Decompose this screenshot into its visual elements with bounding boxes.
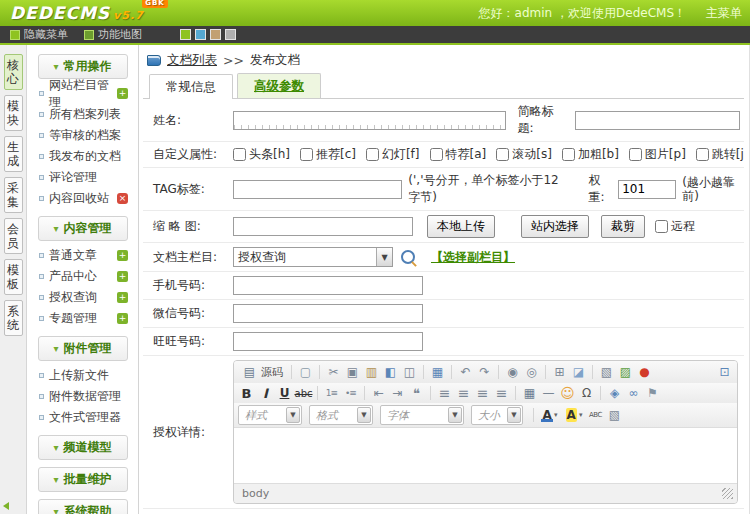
dedecms-logo[interactable]: DEDECMSv5.7 GBK: [10, 3, 144, 23]
add-icon[interactable]: +: [117, 292, 128, 303]
blockquote-icon[interactable]: [408, 385, 425, 401]
breadcrumb-document-list-link[interactable]: 文档列表: [167, 52, 217, 69]
search-column-icon[interactable]: [401, 250, 415, 264]
sidebar-item-file-manager[interactable]: 文件式管理器: [27, 407, 138, 428]
attr-bold-checkbox[interactable]: 加粗[b]: [562, 146, 619, 163]
module-tab-system[interactable]: 系统: [4, 300, 23, 336]
add-icon[interactable]: +: [117, 250, 128, 261]
tab-advanced-params[interactable]: 高级参数: [237, 73, 321, 98]
cut-icon[interactable]: [325, 364, 342, 380]
find-icon[interactable]: [504, 364, 521, 380]
attr-headline-checkbox[interactable]: 头条[h]: [233, 146, 290, 163]
site-select-button[interactable]: 站内选择: [521, 215, 589, 238]
attr-picture-checkbox[interactable]: 图片[p]: [629, 146, 686, 163]
strikethrough-icon[interactable]: abc: [295, 385, 312, 401]
theme-tan-swatch[interactable]: [210, 29, 221, 40]
main-column-select[interactable]: 授权查询 ▼: [233, 247, 393, 267]
flash-icon[interactable]: [636, 364, 653, 380]
sidebar-item-normal-articles[interactable]: 普通文章 +: [27, 245, 138, 266]
sidebar-item-product-center[interactable]: 产品中心 +: [27, 266, 138, 287]
wangwang-input[interactable]: [233, 332, 423, 351]
link-icon[interactable]: [625, 385, 642, 401]
local-upload-button[interactable]: 本地上传: [427, 215, 495, 238]
section-attachment-management[interactable]: 附件管理: [38, 336, 128, 361]
table-icon[interactable]: [521, 385, 538, 401]
align-right-icon[interactable]: [474, 385, 491, 401]
sidebar-item-all-archives[interactable]: 所有档案列表: [27, 104, 138, 125]
collapse-sidebar-icon[interactable]: [3, 502, 9, 510]
print-icon[interactable]: [429, 364, 446, 380]
function-map-button[interactable]: 功能地图: [84, 27, 142, 42]
attr-slide-checkbox[interactable]: 幻灯[f]: [366, 146, 420, 163]
redo-icon[interactable]: [476, 364, 493, 380]
module-tab-collect[interactable]: 采集: [4, 177, 23, 213]
hide-menu-button[interactable]: 隐藏菜单: [10, 27, 68, 42]
indent-icon[interactable]: [389, 385, 406, 401]
select-all-icon[interactable]: [551, 364, 568, 380]
flag-icon[interactable]: [644, 385, 661, 401]
add-icon[interactable]: +: [117, 88, 128, 99]
name-input[interactable]: [233, 111, 506, 130]
module-tab-member[interactable]: 会员: [4, 218, 23, 254]
mobile-input[interactable]: [233, 276, 423, 295]
attr-scroll-checkbox[interactable]: 滚动[s]: [496, 146, 552, 163]
paste-text-icon[interactable]: [401, 364, 418, 380]
horizontal-rule-icon[interactable]: [540, 385, 557, 401]
bg-color-icon[interactable]: A: [563, 407, 585, 423]
image-icon[interactable]: [617, 364, 634, 380]
module-tab-generate[interactable]: 生成: [4, 136, 23, 172]
underline-icon[interactable]: U: [276, 385, 293, 401]
align-justify-icon[interactable]: [493, 385, 510, 401]
theme-blue-swatch[interactable]: [195, 29, 206, 40]
sidebar-item-attachment-data[interactable]: 附件数据管理: [27, 386, 138, 407]
anchor-icon[interactable]: [606, 385, 623, 401]
outdent-icon[interactable]: [370, 385, 387, 401]
section-system-help[interactable]: 系统帮助: [38, 499, 128, 514]
crop-button[interactable]: 裁剪: [601, 215, 645, 238]
sidebar-item-my-documents[interactable]: 我发布的文档: [27, 146, 138, 167]
sidebar-item-special-topics[interactable]: 专题管理 +: [27, 308, 138, 329]
editor-body[interactable]: [234, 427, 737, 483]
undo-icon[interactable]: [457, 364, 474, 380]
ordered-list-icon[interactable]: [323, 385, 340, 401]
smiley-icon[interactable]: [559, 385, 576, 401]
size-dropdown[interactable]: 大小▼: [471, 405, 523, 425]
sidebar-item-pending-archives[interactable]: 等审核的档案: [27, 125, 138, 146]
templates-icon[interactable]: [598, 364, 615, 380]
new-page-icon[interactable]: [297, 364, 314, 380]
italic-icon[interactable]: I: [257, 385, 274, 401]
add-icon[interactable]: +: [117, 271, 128, 282]
short-title-input[interactable]: [575, 111, 740, 130]
maximize-icon[interactable]: [716, 364, 733, 380]
attr-recommend-checkbox[interactable]: 推荐[c]: [300, 146, 356, 163]
module-tab-modules[interactable]: 模块: [4, 95, 23, 131]
sidebar-item-recycle-bin[interactable]: 内容回收站 ×: [27, 188, 138, 209]
sidebar-item-site-columns[interactable]: 网站栏目管理 +: [27, 83, 138, 104]
select-sub-column-link[interactable]: 【选择副栏目】: [431, 249, 515, 266]
theme-green-swatch[interactable]: [180, 29, 191, 40]
snippet-icon[interactable]: [606, 407, 623, 423]
style-dropdown[interactable]: 样式▼: [238, 405, 302, 425]
source-button[interactable]: 源码: [238, 363, 286, 381]
copy-icon[interactable]: [344, 364, 361, 380]
sidebar-item-comments[interactable]: 评论管理: [27, 167, 138, 188]
section-batch-maintenance[interactable]: 批量维护: [38, 467, 128, 492]
text-color-icon[interactable]: A: [539, 407, 561, 423]
align-center-icon[interactable]: [455, 385, 472, 401]
thumbnail-input[interactable]: [233, 217, 413, 236]
remote-checkbox[interactable]: 远程: [655, 218, 695, 235]
module-tab-template[interactable]: 模板: [4, 259, 23, 295]
add-icon[interactable]: +: [117, 313, 128, 324]
bold-icon[interactable]: B: [238, 385, 255, 401]
spellcheck-icon[interactable]: [587, 407, 604, 423]
format-dropdown[interactable]: 格式▼: [309, 405, 373, 425]
replace-icon[interactable]: [523, 364, 540, 380]
unordered-list-icon[interactable]: [342, 385, 359, 401]
remove-format-icon[interactable]: [570, 364, 587, 380]
attr-jump-checkbox[interactable]: 跳转[j]: [696, 146, 744, 163]
sidebar-item-authorization-query[interactable]: 授权查询 +: [27, 287, 138, 308]
special-char-icon[interactable]: [578, 385, 595, 401]
theme-gray-swatch[interactable]: [225, 29, 236, 40]
sidebar-item-upload-file[interactable]: 上传新文件: [27, 365, 138, 386]
paste-from-word-icon[interactable]: [382, 364, 399, 380]
